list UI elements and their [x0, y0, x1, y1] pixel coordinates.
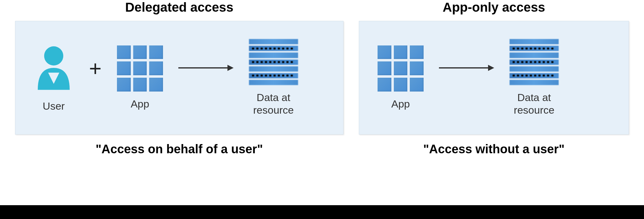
delegated-access-panel: Delegated access User + — [15, 0, 343, 156]
arrow-right-icon — [178, 63, 234, 74]
svg-marker-2 — [227, 65, 234, 71]
app-grid-icon — [378, 45, 424, 92]
app-only-access-panel: App-only access App — [359, 0, 629, 156]
app-label-left: App — [131, 98, 149, 110]
arrow-right-panel — [439, 63, 494, 74]
data-label-right: Data at resource — [514, 91, 554, 116]
user-label: User — [43, 100, 65, 112]
app-label-right: App — [391, 98, 410, 110]
data-item-left: Data at resource — [249, 39, 298, 116]
arrow-left — [178, 63, 234, 74]
app-only-subtitle: "Access without a user" — [423, 142, 564, 156]
app-item-right: App — [378, 45, 424, 110]
bottom-bar — [0, 205, 644, 219]
delegated-box: User + App — [15, 21, 343, 135]
svg-marker-4 — [488, 65, 494, 71]
user-icon — [34, 43, 74, 94]
plus-icon: + — [89, 58, 102, 79]
user-item: User — [34, 43, 74, 112]
data-label-left: Data at resource — [253, 91, 294, 116]
diagram-container: Delegated access User + — [0, 0, 644, 156]
app-item-left: App — [117, 45, 163, 110]
app-grid-icon — [117, 45, 163, 92]
app-only-box: App — [359, 21, 629, 135]
delegated-title: Delegated access — [125, 0, 234, 15]
data-item-right: Data at resource — [510, 39, 559, 116]
app-only-title: App-only access — [443, 0, 545, 15]
data-resource-icon — [510, 39, 559, 85]
svg-point-0 — [44, 46, 63, 65]
data-resource-icon — [249, 39, 298, 85]
delegated-subtitle: "Access on behalf of a user" — [96, 142, 263, 156]
arrow-right-icon — [439, 63, 494, 74]
